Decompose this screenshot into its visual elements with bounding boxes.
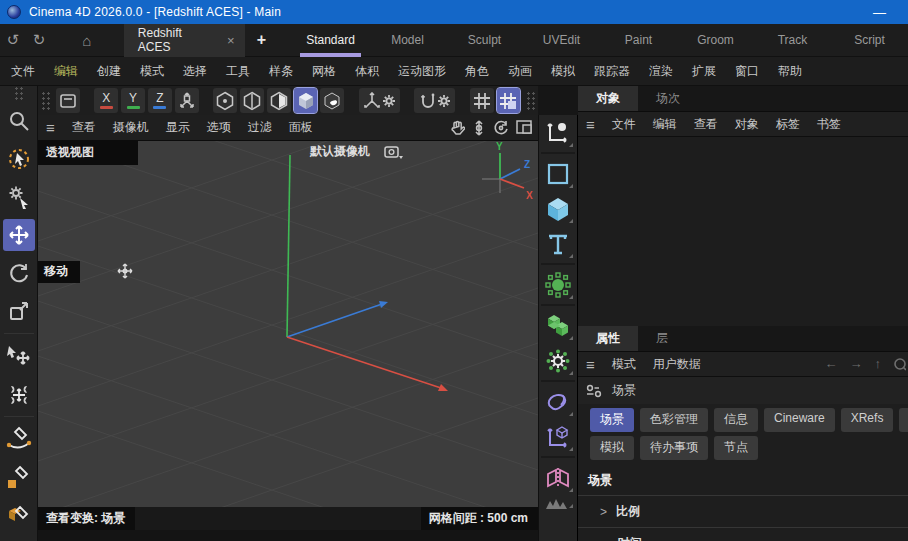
edges-mode-button[interactable] [240,88,264,113]
om-menu-view[interactable]: 查看 [694,116,718,133]
menu-mesh[interactable]: 网格 [312,63,336,80]
orbit-view-icon[interactable] [493,120,509,136]
am-menu-mode[interactable]: 模式 [612,356,636,373]
menu-select[interactable]: 选择 [183,63,207,80]
home-button[interactable]: ⌂ [74,32,100,49]
om-menu-icon[interactable]: ≡ [586,116,595,133]
cat-tab-cineware[interactable]: Cineware [764,408,835,432]
simulation-button[interactable] [541,344,575,377]
cat-tab-xrefs[interactable]: XRefs [841,408,894,432]
layout-tab-standard[interactable]: Standard [292,24,369,57]
viewport-canvas[interactable]: Y Z X [38,141,538,507]
toolbar-drag-handle[interactable] [41,91,50,111]
lock-x-button[interactable]: X [94,88,118,113]
layout-tab-track[interactable]: Track [754,24,831,57]
menu-animate[interactable]: 动画 [508,63,532,80]
cat-tab-simulation[interactable]: 模拟 [590,436,634,460]
group-scale[interactable]: > 比例 [578,496,908,528]
menu-mograph[interactable]: 运动图形 [398,63,446,80]
layout-tab-paint[interactable]: Paint [600,24,677,57]
live-selection-button[interactable] [3,143,35,175]
camera-icon[interactable] [384,145,403,159]
layout-tab-uvedit[interactable]: UVEdit [523,24,600,57]
cat-tab-todo[interactable]: 待办事项 [640,436,708,460]
layout-tab-sculpt[interactable]: Sculpt [446,24,523,57]
layout-tab-script[interactable]: Script [831,24,908,57]
tweak-mode-button[interactable] [3,340,35,372]
model-mode-button[interactable] [294,88,318,113]
polygon-pen-button[interactable] [3,499,35,531]
history-back-icon[interactable]: ← [825,356,838,372]
rectangle-spline-button[interactable] [541,157,575,190]
om-menu-file[interactable]: 文件 [612,116,636,133]
pan-view-icon[interactable] [449,120,465,136]
menu-window[interactable]: 窗口 [735,63,759,80]
history-forward-icon[interactable]: → [850,356,863,372]
menu-help[interactable]: 帮助 [778,63,802,80]
document-tab[interactable]: Redshift ACES × [124,24,245,57]
polygons-mode-button[interactable] [267,88,291,113]
tab-takes[interactable]: 场次 [638,86,698,111]
om-menu-tags[interactable]: 标签 [776,116,800,133]
lock-y-button[interactable]: Y [121,88,145,113]
text-primitive-button[interactable] [541,227,575,260]
menu-tools[interactable]: 工具 [226,63,250,80]
toolbar-drag-handle-2[interactable] [526,91,535,111]
cat-tab-animation[interactable]: 动画 [899,408,908,432]
parent-up-icon[interactable]: ↑ [875,356,882,372]
search-icon[interactable] [893,357,906,372]
workplane-grid-button[interactable] [470,88,494,113]
am-menu-userdata[interactable]: 用户数据 [653,356,701,373]
rotation-snap-button[interactable] [414,88,455,113]
landscape-button[interactable] [541,496,575,510]
lock-z-button[interactable]: Z [148,88,172,113]
find-tool-button[interactable] [3,105,35,137]
minimize-button[interactable]: — [873,5,886,20]
layout-tab-groom[interactable]: Groom [677,24,754,57]
group-time[interactable]: ∨ 时间 [578,528,908,541]
cat-tab-info[interactable]: 信息 [714,408,758,432]
tab-objects[interactable]: 对象 [578,86,638,111]
null-axis-button[interactable] [541,420,575,453]
menu-create[interactable]: 创建 [97,63,121,80]
snap-enable-button[interactable] [497,88,521,113]
menu-render[interactable]: 渲染 [649,63,673,80]
view-name-label[interactable]: 透视视图 [38,141,138,165]
vp-menu-view[interactable]: 查看 [72,119,96,136]
points-mode-button[interactable] [213,88,237,113]
vp-menu-filter[interactable]: 过滤 [248,119,272,136]
tab-attributes[interactable]: 属性 [578,326,638,351]
add-tab-button[interactable]: + [257,31,266,49]
symmetry-button[interactable] [541,461,575,494]
rotate-tool-button[interactable] [3,257,35,289]
spline-tools-button[interactable] [541,116,575,149]
vp-menu-panel[interactable]: 面板 [289,119,313,136]
toggle-panel-icon[interactable] [516,120,532,136]
soft-selection-move-button[interactable] [3,378,35,410]
menu-tracker[interactable]: 跟踪器 [594,63,630,80]
volume-builder-button[interactable] [541,309,575,342]
object-list-empty[interactable] [578,137,908,326]
cat-tab-color-management[interactable]: 色彩管理 [640,408,708,432]
make-editable-button[interactable] [56,88,80,113]
am-menu-icon[interactable]: ≡ [586,356,595,373]
axis-modification-button[interactable] [359,88,400,113]
menu-character[interactable]: 角色 [465,63,489,80]
texture-mode-button[interactable] [320,88,344,113]
deformer-button[interactable] [541,385,575,418]
vp-menu-display[interactable]: 显示 [166,119,190,136]
cube-primitive-button[interactable] [541,192,575,225]
close-icon[interactable]: × [227,33,235,48]
tab-layers[interactable]: 层 [638,326,686,351]
view-transform-label[interactable]: 查看变换: 场景 [38,507,135,531]
menu-simulate[interactable]: 模拟 [551,63,575,80]
spline-pen-button[interactable] [3,423,35,455]
expand-arrow-icon[interactable]: ∨ [600,537,609,541]
generator-button[interactable] [541,268,575,301]
cat-tab-nodes[interactable]: 节点 [714,436,758,460]
coordinate-system-button[interactable] [175,88,199,113]
om-menu-objects[interactable]: 对象 [735,116,759,133]
om-menu-bookmarks[interactable]: 书签 [817,116,841,133]
menu-extensions[interactable]: 扩展 [692,63,716,80]
dolly-view-icon[interactable] [472,120,486,136]
